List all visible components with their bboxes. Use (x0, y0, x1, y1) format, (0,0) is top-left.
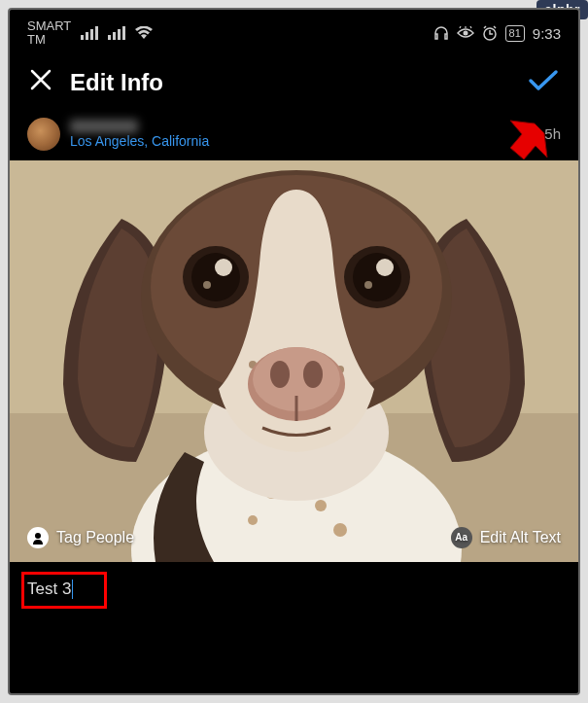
phone-frame: SMART TM 81 9:33 Edit Info (8, 8, 580, 695)
close-icon (29, 68, 52, 91)
wifi-icon (135, 26, 153, 40)
svg-point-26 (376, 259, 394, 276)
status-bar: SMART TM 81 9:33 (10, 10, 578, 53)
post-header: Los Angeles, California 5h (10, 112, 578, 160)
signal-icon (81, 26, 98, 40)
text-cursor (72, 580, 73, 599)
checkmark-icon (528, 69, 559, 92)
carrier-label: SMART TM (27, 19, 71, 48)
svg-point-28 (35, 533, 41, 539)
svg-point-19 (303, 361, 323, 388)
edit-alt-text-button[interactable]: Aa Edit Alt Text (451, 527, 561, 548)
headphones-icon (433, 25, 449, 41)
eye-icon (457, 26, 474, 40)
person-icon (27, 527, 49, 548)
edit-header: Edit Info (10, 53, 578, 112)
aa-icon: Aa (451, 527, 472, 548)
svg-point-6 (315, 500, 327, 511)
post-photo[interactable]: Tag People Aa Edit Alt Text (10, 160, 578, 562)
svg-point-21 (191, 253, 240, 301)
signal-icon-2 (108, 26, 125, 40)
close-button[interactable] (29, 67, 52, 98)
svg-point-18 (270, 361, 290, 388)
tag-people-button[interactable]: Tag People (27, 527, 134, 548)
page-title: Edit Info (70, 69, 510, 96)
battery-indicator: 81 (505, 25, 525, 42)
alarm-icon (482, 25, 498, 41)
svg-point-27 (364, 281, 372, 289)
clock-time: 9:33 (533, 25, 561, 42)
timestamp: 5h (544, 125, 561, 142)
svg-point-0 (463, 31, 467, 36)
tag-people-label: Tag People (56, 529, 134, 546)
svg-point-22 (215, 259, 232, 276)
confirm-button[interactable] (528, 69, 559, 96)
username[interactable] (70, 120, 138, 133)
caption-input[interactable]: Test 3 (27, 580, 71, 598)
svg-point-23 (203, 281, 211, 289)
caption-area: Test 3 (10, 562, 578, 617)
location-link[interactable]: Los Angeles, California (70, 133, 535, 149)
avatar[interactable] (27, 118, 60, 151)
svg-point-25 (353, 253, 401, 301)
edit-alt-text-label: Edit Alt Text (480, 529, 561, 546)
